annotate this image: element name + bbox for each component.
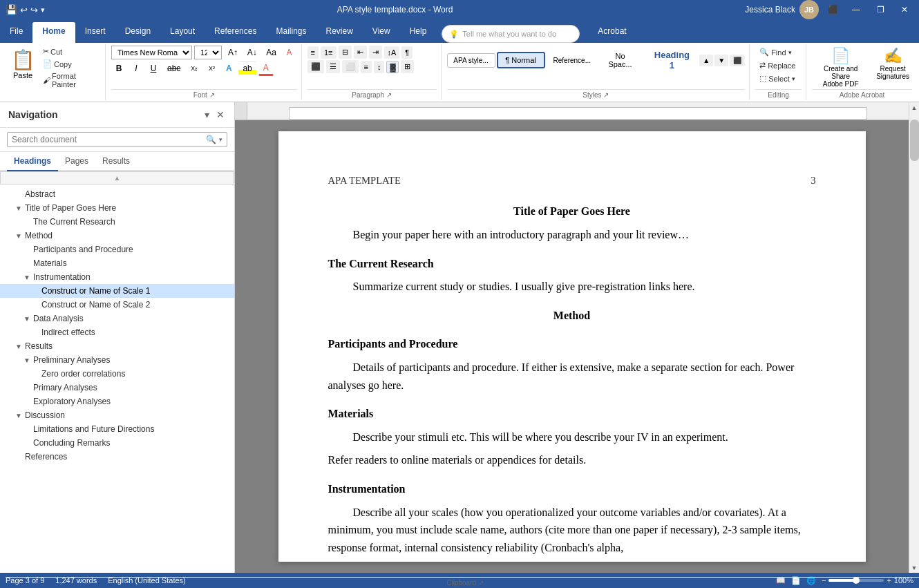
bullets-btn[interactable]: ≡ <box>307 46 319 59</box>
scroll-down-btn[interactable]: ▼ <box>909 562 920 573</box>
style-reference[interactable]: Reference... <box>547 53 595 68</box>
tree-item-exploratory[interactable]: Exploratory Analyses <box>0 395 234 408</box>
tab-layout[interactable]: Layout <box>160 22 205 43</box>
format-painter-button[interactable]: 🖌Format Painter <box>40 70 102 90</box>
tree-item-materials[interactable]: Materials <box>0 256 234 270</box>
nav-expand-btn[interactable]: ▾ <box>203 108 211 122</box>
tree-item-limitations[interactable]: Limitations and Future Directions <box>0 422 234 436</box>
intro-para[interactable]: Begin your paper here with an introducto… <box>328 226 816 244</box>
increase-font-btn[interactable]: A↑ <box>224 46 241 59</box>
tree-item-data-analysis[interactable]: ▼ Data Analysis <box>0 312 234 325</box>
search-input[interactable] <box>12 135 203 144</box>
nav-close-btn[interactable]: ✕ <box>215 108 226 122</box>
para-materials1[interactable]: Describe your stimuli etc. This will be … <box>328 428 816 446</box>
search-dropdown-icon[interactable]: ▾ <box>219 136 222 143</box>
superscript-btn[interactable]: X² <box>204 63 219 74</box>
tree-item-preliminary[interactable]: ▼ Preliminary Analyses <box>0 353 234 367</box>
minimize-btn[interactable]: — <box>846 3 866 16</box>
clear-formatting-btn[interactable]: A <box>282 46 297 59</box>
subscript-btn[interactable]: X₂ <box>187 63 202 74</box>
heading-current-research[interactable]: The Current Research <box>328 255 816 273</box>
align-right-btn[interactable]: ⬜ <box>342 60 359 73</box>
tree-item-current-research[interactable]: The Current Research <box>0 215 234 229</box>
nav-tab-headings[interactable]: Headings <box>7 152 58 171</box>
scroll-thumb[interactable] <box>910 120 919 161</box>
decrease-font-btn[interactable]: A↓ <box>243 46 260 59</box>
font-color-btn[interactable]: A <box>258 61 274 76</box>
align-left-btn[interactable]: ⬛ <box>307 60 324 73</box>
tree-item-zero-order[interactable]: Zero order correlations <box>0 367 234 381</box>
tree-item-scale1[interactable]: Construct or Name of Scale 1 <box>0 284 234 298</box>
tree-item-primary[interactable]: Primary Analyses <box>0 381 234 395</box>
style-normal[interactable]: ¶ Normal <box>497 52 545 68</box>
replace-button[interactable]: ⇄ Replace <box>755 59 802 72</box>
document-area[interactable]: APA TEMPLATE 3 Title of Paper Goes Here … <box>235 120 909 573</box>
bold-btn[interactable]: B <box>111 61 126 75</box>
line-spacing-btn[interactable]: ↕ <box>374 61 385 73</box>
styles-scroll-down-btn[interactable]: ▼ <box>714 55 728 66</box>
align-center-btn[interactable]: ☰ <box>326 60 340 73</box>
borders-btn[interactable]: ⊞ <box>401 60 414 73</box>
text-effects-btn[interactable]: A <box>221 61 236 75</box>
select-button[interactable]: ⬚ Select ▾ <box>755 72 802 85</box>
tree-item-indirect[interactable]: Indirect effects <box>0 325 234 339</box>
tree-item-results[interactable]: ▼ Results <box>0 339 234 353</box>
tab-references[interactable]: References <box>205 22 266 43</box>
tab-design[interactable]: Design <box>115 22 160 43</box>
create-pdf-button[interactable]: 📄 Create and ShareAdobe PDF <box>812 46 869 89</box>
decrease-indent-btn[interactable]: ⇤ <box>354 46 367 59</box>
scroll-up-btn[interactable]: ▲ <box>909 102 920 113</box>
heading-method[interactable]: Method <box>328 307 816 325</box>
text-highlight-btn[interactable]: ab <box>238 61 256 75</box>
scroll-track[interactable] <box>909 113 919 562</box>
justify-btn[interactable]: ≡ <box>361 61 372 73</box>
para-materials2[interactable]: Refer readers to online materials or app… <box>328 451 816 469</box>
style-nospace[interactable]: No Spac... <box>596 48 645 73</box>
styles-more-btn[interactable]: ⬛ <box>730 55 745 66</box>
style-heading1[interactable]: Heading 1 <box>646 46 699 75</box>
tree-item-discussion[interactable]: ▼ Discussion <box>0 408 234 422</box>
copy-button[interactable]: 📄Copy <box>40 58 102 70</box>
doc-title[interactable]: Title of Paper Goes Here <box>328 202 816 220</box>
save-icon[interactable]: 💾 <box>6 4 17 15</box>
undo-icon[interactable]: ↩ <box>20 5 28 15</box>
increase-indent-btn[interactable]: ⇥ <box>369 46 382 59</box>
tree-item-abstract[interactable]: Abstract <box>0 187 234 201</box>
ribbon-display-btn[interactable]: ⬛ <box>824 1 841 18</box>
tab-mailings[interactable]: Mailings <box>266 22 316 43</box>
tab-acrobat[interactable]: Acrobat <box>588 22 636 43</box>
heading-instrumentation[interactable]: Instrumentation <box>328 480 816 498</box>
search-icon[interactable]: 🔍 <box>206 135 216 144</box>
nav-tab-pages[interactable]: Pages <box>58 152 95 171</box>
zoom-slider[interactable] <box>828 579 884 582</box>
paste-button[interactable]: 📋 Paste <box>6 46 40 99</box>
underline-btn[interactable]: U <box>146 61 161 75</box>
show-formatting-btn[interactable]: ¶ <box>401 46 413 59</box>
request-signatures-button[interactable]: ✍ RequestSignatures <box>873 46 912 89</box>
tree-item-method[interactable]: ▼ Method <box>0 229 234 243</box>
restore-btn[interactable]: ❐ <box>871 3 890 16</box>
cut-button[interactable]: ✂Cut <box>40 46 102 57</box>
find-button[interactable]: 🔍 Find ▾ <box>755 46 802 59</box>
font-name-select[interactable]: Times New Roma <box>111 46 192 59</box>
font-size-select[interactable]: 12 <box>194 46 222 59</box>
tell-me-box[interactable]: 💡 Tell me what you want to do <box>442 25 580 43</box>
tab-file[interactable]: File <box>0 22 32 43</box>
multilevel-btn[interactable]: ⊟ <box>339 46 352 59</box>
heading-materials[interactable]: Materials <box>328 405 816 423</box>
tree-item-concluding[interactable]: Concluding Remarks <box>0 436 234 450</box>
styles-scroll-up-btn[interactable]: ▲ <box>699 55 713 66</box>
heading-participants[interactable]: Participants and Procedure <box>328 335 816 353</box>
shading-btn[interactable]: ▓ <box>386 61 399 73</box>
strikethrough-btn[interactable]: abc <box>163 61 184 75</box>
redo-icon[interactable]: ↪ <box>30 5 38 15</box>
close-btn[interactable]: ✕ <box>896 3 913 16</box>
tree-item-title[interactable]: ▼ Title of Paper Goes Here <box>0 201 234 215</box>
para-participants[interactable]: Details of participants and procedure. I… <box>328 359 816 394</box>
tree-item-participants[interactable]: Participants and Procedure <box>0 243 234 256</box>
para-instrumentation[interactable]: Describe all your scales (how you operat… <box>328 504 816 557</box>
tree-item-instrumentation[interactable]: ▼ Instrumentation <box>0 270 234 284</box>
tab-insert[interactable]: Insert <box>75 22 115 43</box>
tree-item-scale2[interactable]: Construct or Name of Scale 2 <box>0 298 234 312</box>
style-apa[interactable]: APA style... <box>447 53 495 68</box>
